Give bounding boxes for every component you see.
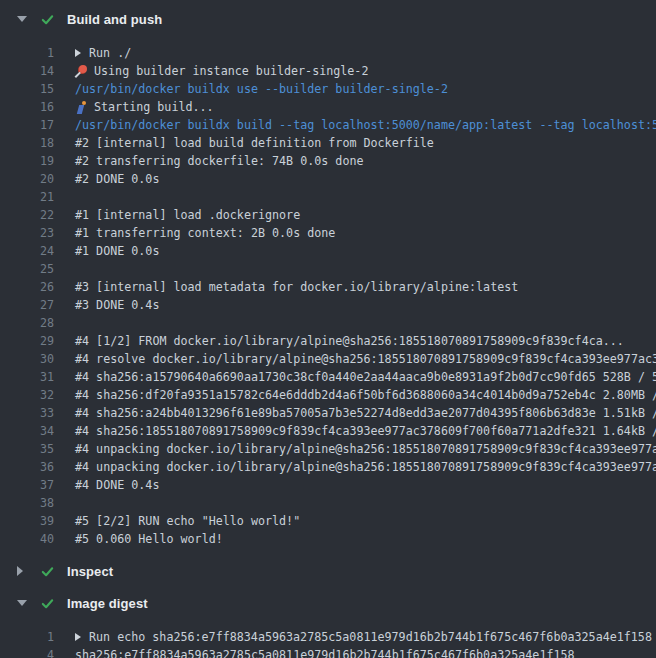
log-line: 4 sha256:e7ff8834a5963a2785c5a0811e979d1…: [0, 646, 656, 658]
log-line: 17 /usr/bin/docker buildx build --tag lo…: [0, 116, 656, 134]
log-line: 30 #4 resolve docker.io/library/alpine@s…: [0, 350, 656, 368]
line-number-link[interactable]: 27: [0, 296, 54, 314]
chevron-icon[interactable]: [17, 16, 27, 22]
line-number-link[interactable]: 20: [0, 170, 54, 188]
log-line: 20 #2 DONE 0.0s: [0, 170, 656, 188]
log-line[interactable]: 1 Run ./: [0, 44, 656, 62]
line-number-link[interactable]: 19: [0, 152, 54, 170]
chevron-icon[interactable]: [17, 566, 23, 576]
line-number-link[interactable]: 32: [0, 386, 54, 404]
line-number-link[interactable]: 24: [0, 242, 54, 260]
log-line[interactable]: 1 Run echo sha256:e7ff8834a5963a2785c5a0…: [0, 628, 656, 646]
line-text: #2 [internal] load build definition from…: [75, 134, 434, 152]
line-number-link[interactable]: 28: [0, 314, 54, 332]
line-number-link[interactable]: 14: [0, 62, 54, 80]
line-number-link[interactable]: 35: [0, 440, 54, 458]
section-title: Image digest: [67, 596, 148, 611]
check-success-icon: [40, 12, 55, 27]
log-line: 28: [0, 314, 656, 332]
section-title: Inspect: [67, 564, 113, 579]
line-text: #5 [2/2] RUN echo "Hello world!": [75, 512, 300, 530]
log-line: 32 #4 sha256:df20fa9351a15782c64e6dddb2d…: [0, 386, 656, 404]
log-line: 14 Using builder instance builder-single…: [0, 62, 656, 80]
line-number-link[interactable]: 22: [0, 206, 54, 224]
line-text: Run echo sha256:e7ff8834a5963a2785c5a081…: [89, 628, 652, 646]
line-text: #4 sha256:df20fa9351a15782c64e6dddb2d4a6…: [75, 386, 656, 404]
line-text: /usr/bin/docker buildx build --tag local…: [75, 116, 656, 134]
section-header[interactable]: Build and push: [0, 10, 656, 28]
line-number-link[interactable]: 15: [0, 80, 54, 98]
line-number-link[interactable]: 39: [0, 512, 54, 530]
log-line: 33 #4 sha256:a24bb4013296f61e89ba57005a7…: [0, 404, 656, 422]
log-section-inspect: Inspect: [0, 562, 656, 580]
line-text: #4 resolve docker.io/library/alpine@sha2…: [75, 350, 656, 368]
line-text: #1 DONE 0.0s: [75, 242, 159, 260]
log-line: 29 #4 [1/2] FROM docker.io/library/alpin…: [0, 332, 656, 350]
line-text: Starting build...: [94, 98, 214, 116]
pushpin-icon: [75, 65, 88, 78]
line-text: #1 [internal] load .dockerignore: [75, 206, 300, 224]
check-success-icon: [40, 564, 55, 579]
line-text: Using builder instance builder-single-2: [94, 62, 368, 80]
log-line: 34 #4 sha256:185518070891758909c9f839cf4…: [0, 422, 656, 440]
line-text: #1 transferring context: 2B 0.0s done: [75, 224, 335, 242]
line-number-link[interactable]: 34: [0, 422, 54, 440]
line-text: #4 sha256:a24bb4013296f61e89ba57005a7b3e…: [75, 404, 656, 422]
line-number-link[interactable]: 33: [0, 404, 54, 422]
line-text: #3 DONE 0.4s: [75, 296, 159, 314]
line-number-link[interactable]: 1: [0, 628, 54, 646]
line-number-link[interactable]: 4: [0, 646, 54, 658]
line-number-link[interactable]: 21: [0, 188, 54, 206]
line-number-link[interactable]: 25: [0, 260, 54, 278]
line-number-link[interactable]: 31: [0, 368, 54, 386]
sections-root: Build and push 1 Run ./ 14 Using builder…: [0, 10, 656, 658]
log-line: 22 #1 [internal] load .dockerignore: [0, 206, 656, 224]
log-line: 35 #4 unpacking docker.io/library/alpine…: [0, 440, 656, 458]
group-expander-icon[interactable]: [75, 633, 81, 641]
section-header[interactable]: Image digest: [0, 594, 656, 612]
log-section-build-and-push: Build and push 1 Run ./ 14 Using builder…: [0, 10, 656, 548]
log-line: 36 #4 unpacking docker.io/library/alpine…: [0, 458, 656, 476]
line-number-link[interactable]: 23: [0, 224, 54, 242]
line-number-link[interactable]: 30: [0, 350, 54, 368]
log-line: 15 /usr/bin/docker buildx use --builder …: [0, 80, 656, 98]
line-text: #5 0.060 Hello world!: [75, 530, 223, 548]
log-line: 38: [0, 494, 656, 512]
line-text: #2 transferring dockerfile: 74B 0.0s don…: [75, 152, 364, 170]
log-lines: 1 Run echo sha256:e7ff8834a5963a2785c5a0…: [0, 628, 656, 658]
log-line: 31 #4 sha256:a15790640a6690aa1730c38cf0a…: [0, 368, 656, 386]
log-line: 39 #5 [2/2] RUN echo "Hello world!": [0, 512, 656, 530]
log-line: 26 #3 [internal] load metadata for docke…: [0, 278, 656, 296]
log-line: 23 #1 transferring context: 2B 0.0s done: [0, 224, 656, 242]
line-number-link[interactable]: 36: [0, 458, 54, 476]
line-number-link[interactable]: 18: [0, 134, 54, 152]
log-section-image-digest: Image digest 1 Run echo sha256:e7ff8834a…: [0, 594, 656, 658]
line-number-link[interactable]: 1: [0, 44, 54, 62]
log-line: 37 #4 DONE 0.4s: [0, 476, 656, 494]
log-line: 21: [0, 188, 656, 206]
log-line: 27 #3 DONE 0.4s: [0, 296, 656, 314]
line-number-link[interactable]: 37: [0, 476, 54, 494]
line-text: sha256:e7ff8834a5963a2785c5a0811e979d16b…: [75, 646, 575, 658]
line-number-link[interactable]: 16: [0, 98, 54, 116]
line-text: Run ./: [89, 44, 131, 62]
line-text: #4 [1/2] FROM docker.io/library/alpine@s…: [75, 332, 624, 350]
group-expander-icon[interactable]: [75, 49, 81, 57]
section-header[interactable]: Inspect: [0, 562, 656, 580]
line-number-link[interactable]: 29: [0, 332, 54, 350]
line-text: #4 unpacking docker.io/library/alpine@sh…: [75, 440, 656, 458]
chevron-icon[interactable]: [17, 600, 27, 606]
line-number-link[interactable]: 26: [0, 278, 54, 296]
line-text: #4 DONE 0.4s: [75, 476, 159, 494]
log-line: 16 Starting build...: [0, 98, 656, 116]
line-number-link[interactable]: 38: [0, 494, 54, 512]
line-number-link[interactable]: 17: [0, 116, 54, 134]
section-title: Build and push: [67, 12, 162, 27]
runner-icon: [75, 101, 88, 114]
log-line: 24 #1 DONE 0.0s: [0, 242, 656, 260]
line-number-link[interactable]: 40: [0, 530, 54, 548]
line-text: #2 DONE 0.0s: [75, 170, 159, 188]
line-text: /usr/bin/docker buildx use --builder bui…: [75, 80, 448, 98]
line-text: #4 sha256:a15790640a6690aa1730c38cf0a440…: [75, 368, 656, 386]
line-text: #3 [internal] load metadata for docker.i…: [75, 278, 518, 296]
